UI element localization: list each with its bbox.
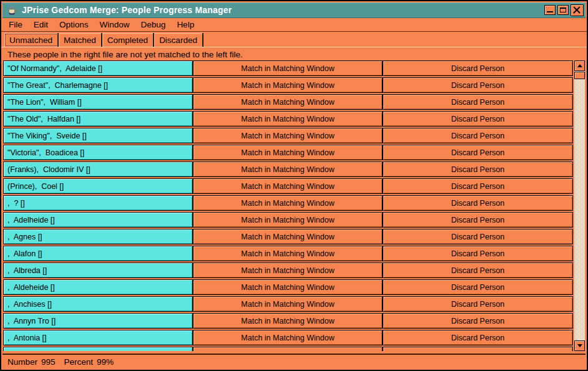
person-name-cell[interactable]: , Anchises [] [3,296,193,312]
match-button[interactable]: Match in Matching Window [193,178,383,194]
status-number-value: 995 [41,357,56,367]
app-window: JPrise Gedcom Merge: People Progress Man… [0,0,588,371]
table-row: , Annyn Tro [] Match in Matching Window … [3,313,573,329]
discard-button[interactable]: Discard Person [383,178,573,194]
tab-strip: Unmatched Matched Completed Discarded [1,32,587,47]
person-name-cell[interactable]: "Of Normandy", Adelaide [] [3,60,193,76]
people-table-body: "Of Normandy", Adelaide [] Match in Matc… [3,60,573,345]
table-row: "Of Normandy", Adelaide [] Match in Matc… [3,60,573,76]
java-cup-icon [6,4,17,16]
discard-button[interactable]: Discard Person [383,296,573,312]
menu-help[interactable]: Help [171,19,200,31]
person-name-cell[interactable]: (Prince), Coel [] [3,178,193,194]
match-button[interactable]: Match in Matching Window [193,229,383,244]
match-button[interactable]: Match in Matching Window [193,195,383,211]
table-row: , A [] Match in Matching Window Discard … [3,347,573,351]
table-row: "The Viking", Sveide [] Match in Matchin… [3,128,573,143]
table-row: "The Great", Charlemagne [] Match in Mat… [3,77,573,93]
person-name-cell[interactable]: "The Viking", Sveide [] [3,128,193,143]
match-button[interactable]: Match in Matching Window [193,347,383,351]
match-button[interactable]: Match in Matching Window [193,279,383,295]
match-button[interactable]: Match in Matching Window [193,296,383,312]
discard-button[interactable]: Discard Person [383,330,573,345]
menu-edit[interactable]: Edit [28,19,54,31]
match-button[interactable]: Match in Matching Window [193,77,383,93]
match-button[interactable]: Match in Matching Window [193,161,383,177]
table-row: (Franks), Clodomir IV [] Match in Matchi… [3,161,573,177]
match-button[interactable]: Match in Matching Window [193,145,383,160]
vertical-scrollbar[interactable] [574,60,585,351]
person-name-cell[interactable]: "Victoria", Boadicea [] [3,145,193,160]
discard-button[interactable]: Discard Person [383,145,573,160]
person-name-cell[interactable]: , Alafon [] [3,246,193,261]
scroll-down-button[interactable] [574,340,585,351]
person-name-cell[interactable]: , Aldeheide [] [3,279,193,295]
discard-button[interactable]: Discard Person [383,94,573,110]
menu-debug[interactable]: Debug [135,19,172,31]
tab-completed[interactable]: Completed [102,33,154,47]
match-button[interactable]: Match in Matching Window [193,263,383,278]
table-row: , Albreda [] Match in Matching Window Di… [3,263,573,278]
arrow-down-icon [577,344,582,347]
person-name-cell[interactable]: , A [] [3,347,193,351]
person-name-cell[interactable]: , Antonia [] [3,330,193,345]
description-label: These people in the right file are not y… [1,47,587,60]
person-name-cell[interactable]: , Adelheide [] [3,212,193,228]
maximize-button[interactable] [557,5,569,15]
minimize-icon [547,11,553,12]
discard-button[interactable]: Discard Person [383,229,573,244]
person-name-cell[interactable]: "The Old", Halfdan [] [3,111,193,127]
match-button[interactable]: Match in Matching Window [193,246,383,261]
discard-button[interactable]: Discard Person [383,212,573,228]
match-button[interactable]: Match in Matching Window [193,212,383,228]
person-name-cell[interactable]: , ? [] [3,195,193,211]
table-row: , Anchises [] Match in Matching Window D… [3,296,573,312]
tab-discarded[interactable]: Discarded [154,33,203,47]
window-title: JPrise Gedcom Merge: People Progress Man… [22,5,232,15]
match-button[interactable]: Match in Matching Window [193,313,383,329]
status-percent-value: 99% [97,357,114,367]
table-row: , Aldeheide [] Match in Matching Window … [3,279,573,295]
person-name-cell[interactable]: "The Lion", William [] [3,94,193,110]
discard-button[interactable]: Discard Person [383,161,573,177]
discard-button[interactable]: Discard Person [383,246,573,261]
table-row: , ? [] Match in Matching Window Discard … [3,195,573,211]
tab-unmatched[interactable]: Unmatched [4,33,59,47]
status-number-label: Number [7,357,37,367]
discard-button[interactable]: Discard Person [383,347,573,351]
person-name-cell[interactable]: "The Great", Charlemagne [] [3,77,193,93]
close-button[interactable] [571,4,584,16]
person-name-cell[interactable]: (Franks), Clodomir IV [] [3,161,193,177]
tab-matched[interactable]: Matched [59,33,102,47]
menu-window[interactable]: Window [94,19,135,31]
discard-button[interactable]: Discard Person [383,195,573,211]
person-name-cell[interactable]: , Agnes [] [3,229,193,244]
match-button[interactable]: Match in Matching Window [193,330,383,345]
discard-button[interactable]: Discard Person [383,313,573,329]
table-row: , Agnes [] Match in Matching Window Disc… [3,229,573,244]
match-button[interactable]: Match in Matching Window [193,60,383,76]
minimize-button[interactable] [544,5,556,15]
table-row: "The Old", Halfdan [] Match in Matching … [3,111,573,127]
discard-button[interactable]: Discard Person [383,128,573,143]
discard-button[interactable]: Discard Person [383,263,573,278]
menu-options[interactable]: Options [54,19,94,31]
status-bar: Number 995 Percent 99% [2,354,586,369]
discard-button[interactable]: Discard Person [383,279,573,295]
discard-button[interactable]: Discard Person [383,111,573,127]
person-name-cell[interactable]: , Albreda [] [3,263,193,278]
scrollbar-thumb[interactable] [574,72,585,79]
match-button[interactable]: Match in Matching Window [193,111,383,127]
arrow-up-icon [577,64,582,67]
discard-button[interactable]: Discard Person [383,77,573,93]
partial-row-clip: , A [] Match in Matching Window Discard … [3,347,573,351]
person-name-cell[interactable]: , Annyn Tro [] [3,313,193,329]
table-row: , Antonia [] Match in Matching Window Di… [3,330,573,345]
match-button[interactable]: Match in Matching Window [193,128,383,143]
status-percent-label: Percent [64,357,94,367]
discard-button[interactable]: Discard Person [383,60,573,76]
match-button[interactable]: Match in Matching Window [193,94,383,110]
scroll-up-button[interactable] [574,60,585,71]
maximize-icon [560,7,566,12]
menu-file[interactable]: File [3,19,28,31]
